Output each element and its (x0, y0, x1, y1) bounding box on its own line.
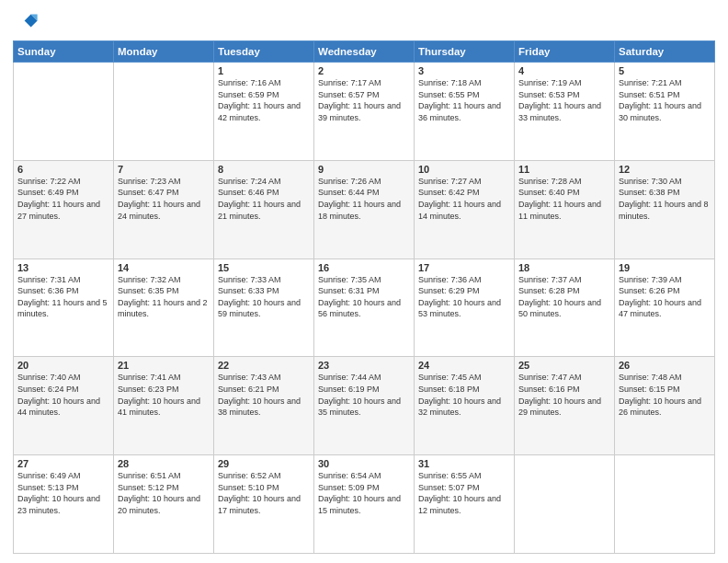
day-number: 15 (218, 262, 310, 273)
day-info: Sunrise: 7:23 AM Sunset: 6:47 PM Dayligh… (118, 176, 210, 222)
day-info: Sunrise: 7:16 AM Sunset: 6:59 PM Dayligh… (218, 77, 310, 123)
day-cell (114, 63, 214, 161)
weekday-header-thursday: Thursday (415, 41, 515, 63)
week-row-4: 20Sunrise: 7:40 AM Sunset: 6:24 PM Dayli… (14, 357, 715, 455)
day-number: 20 (17, 360, 109, 371)
day-info: Sunrise: 7:40 AM Sunset: 6:24 PM Dayligh… (17, 372, 109, 418)
day-number: 12 (619, 164, 711, 175)
day-cell: 7Sunrise: 7:23 AM Sunset: 6:47 PM Daylig… (114, 160, 214, 259)
day-number: 8 (218, 164, 310, 175)
day-info: Sunrise: 7:32 AM Sunset: 6:35 PM Dayligh… (118, 274, 210, 320)
day-cell: 4Sunrise: 7:19 AM Sunset: 6:53 PM Daylig… (515, 63, 615, 161)
day-number: 30 (318, 458, 410, 469)
calendar-table: SundayMondayTuesdayWednesdayThursdayFrid… (13, 40, 715, 554)
day-cell: 14Sunrise: 7:32 AM Sunset: 6:35 PM Dayli… (114, 259, 214, 357)
weekday-header-wednesday: Wednesday (314, 41, 415, 63)
day-info: Sunrise: 7:31 AM Sunset: 6:36 PM Dayligh… (17, 274, 109, 320)
day-number: 29 (218, 458, 310, 469)
day-info: Sunrise: 7:43 AM Sunset: 6:21 PM Dayligh… (218, 372, 310, 418)
day-cell: 12Sunrise: 7:30 AM Sunset: 6:38 PM Dayli… (615, 160, 715, 259)
day-number: 6 (17, 164, 109, 175)
day-cell: 21Sunrise: 7:41 AM Sunset: 6:23 PM Dayli… (114, 357, 214, 455)
day-info: Sunrise: 7:47 AM Sunset: 6:16 PM Dayligh… (518, 372, 610, 418)
day-number: 22 (218, 360, 310, 371)
day-number: 16 (318, 262, 410, 273)
day-number: 3 (418, 65, 510, 76)
weekday-header-monday: Monday (114, 41, 214, 63)
day-cell: 8Sunrise: 7:24 AM Sunset: 6:46 PM Daylig… (214, 160, 314, 259)
day-info: Sunrise: 7:39 AM Sunset: 6:26 PM Dayligh… (619, 274, 711, 320)
day-cell: 22Sunrise: 7:43 AM Sunset: 6:21 PM Dayli… (214, 357, 314, 455)
day-number: 9 (318, 164, 410, 175)
day-number: 19 (619, 262, 711, 273)
week-row-1: 1Sunrise: 7:16 AM Sunset: 6:59 PM Daylig… (14, 63, 715, 161)
weekday-header-saturday: Saturday (615, 41, 715, 63)
day-info: Sunrise: 7:19 AM Sunset: 6:53 PM Dayligh… (518, 77, 610, 123)
day-cell: 3Sunrise: 7:18 AM Sunset: 6:55 PM Daylig… (415, 63, 515, 161)
day-info: Sunrise: 6:51 AM Sunset: 5:12 PM Dayligh… (118, 470, 210, 516)
header (13, 9, 715, 35)
page: SundayMondayTuesdayWednesdayThursdayFrid… (0, 0, 728, 563)
day-info: Sunrise: 7:37 AM Sunset: 6:28 PM Dayligh… (518, 274, 610, 320)
day-info: Sunrise: 6:54 AM Sunset: 5:09 PM Dayligh… (318, 470, 410, 516)
day-cell: 13Sunrise: 7:31 AM Sunset: 6:36 PM Dayli… (14, 259, 114, 357)
day-info: Sunrise: 7:28 AM Sunset: 6:40 PM Dayligh… (518, 176, 610, 222)
day-info: Sunrise: 7:36 AM Sunset: 6:29 PM Dayligh… (418, 274, 510, 320)
day-number: 31 (418, 458, 510, 469)
day-cell: 28Sunrise: 6:51 AM Sunset: 5:12 PM Dayli… (114, 455, 214, 554)
day-info: Sunrise: 7:24 AM Sunset: 6:46 PM Dayligh… (218, 176, 310, 222)
day-number: 18 (518, 262, 610, 273)
day-info: Sunrise: 6:52 AM Sunset: 5:10 PM Dayligh… (218, 470, 310, 516)
day-cell: 16Sunrise: 7:35 AM Sunset: 6:31 PM Dayli… (314, 259, 415, 357)
day-info: Sunrise: 7:17 AM Sunset: 6:57 PM Dayligh… (318, 77, 410, 123)
day-cell: 9Sunrise: 7:26 AM Sunset: 6:44 PM Daylig… (314, 160, 415, 259)
weekday-header-sunday: Sunday (14, 41, 114, 63)
day-info: Sunrise: 7:41 AM Sunset: 6:23 PM Dayligh… (118, 372, 210, 418)
day-cell: 24Sunrise: 7:45 AM Sunset: 6:18 PM Dayli… (415, 357, 515, 455)
day-info: Sunrise: 7:35 AM Sunset: 6:31 PM Dayligh… (318, 274, 410, 320)
day-number: 27 (17, 458, 109, 469)
day-number: 2 (318, 65, 410, 76)
day-info: Sunrise: 7:27 AM Sunset: 6:42 PM Dayligh… (418, 176, 510, 222)
day-cell: 26Sunrise: 7:48 AM Sunset: 6:15 PM Dayli… (615, 357, 715, 455)
day-cell: 31Sunrise: 6:55 AM Sunset: 5:07 PM Dayli… (415, 455, 515, 554)
day-number: 17 (418, 262, 510, 273)
day-number: 7 (118, 164, 210, 175)
logo (13, 9, 41, 35)
day-cell: 15Sunrise: 7:33 AM Sunset: 6:33 PM Dayli… (214, 259, 314, 357)
day-cell: 19Sunrise: 7:39 AM Sunset: 6:26 PM Dayli… (615, 259, 715, 357)
day-cell: 23Sunrise: 7:44 AM Sunset: 6:19 PM Dayli… (314, 357, 415, 455)
day-cell: 1Sunrise: 7:16 AM Sunset: 6:59 PM Daylig… (214, 63, 314, 161)
day-number: 11 (518, 164, 610, 175)
day-info: Sunrise: 7:44 AM Sunset: 6:19 PM Dayligh… (318, 372, 410, 418)
day-info: Sunrise: 7:18 AM Sunset: 6:55 PM Dayligh… (418, 77, 510, 123)
week-row-2: 6Sunrise: 7:22 AM Sunset: 6:49 PM Daylig… (14, 160, 715, 259)
week-row-5: 27Sunrise: 6:49 AM Sunset: 5:13 PM Dayli… (14, 455, 715, 554)
day-cell (615, 455, 715, 554)
day-info: Sunrise: 6:55 AM Sunset: 5:07 PM Dayligh… (418, 470, 510, 516)
day-cell: 18Sunrise: 7:37 AM Sunset: 6:28 PM Dayli… (515, 259, 615, 357)
weekday-header-friday: Friday (515, 41, 615, 63)
day-cell: 17Sunrise: 7:36 AM Sunset: 6:29 PM Dayli… (415, 259, 515, 357)
day-cell: 5Sunrise: 7:21 AM Sunset: 6:51 PM Daylig… (615, 63, 715, 161)
day-cell: 30Sunrise: 6:54 AM Sunset: 5:09 PM Dayli… (314, 455, 415, 554)
day-number: 25 (518, 360, 610, 371)
day-info: Sunrise: 6:49 AM Sunset: 5:13 PM Dayligh… (17, 470, 109, 516)
day-info: Sunrise: 7:45 AM Sunset: 6:18 PM Dayligh… (418, 372, 510, 418)
day-number: 23 (318, 360, 410, 371)
day-info: Sunrise: 7:22 AM Sunset: 6:49 PM Dayligh… (17, 176, 109, 222)
day-number: 10 (418, 164, 510, 175)
day-cell: 29Sunrise: 6:52 AM Sunset: 5:10 PM Dayli… (214, 455, 314, 554)
day-cell: 6Sunrise: 7:22 AM Sunset: 6:49 PM Daylig… (14, 160, 114, 259)
weekday-header-row: SundayMondayTuesdayWednesdayThursdayFrid… (14, 41, 715, 63)
day-cell: 10Sunrise: 7:27 AM Sunset: 6:42 PM Dayli… (415, 160, 515, 259)
week-row-3: 13Sunrise: 7:31 AM Sunset: 6:36 PM Dayli… (14, 259, 715, 357)
day-cell: 11Sunrise: 7:28 AM Sunset: 6:40 PM Dayli… (515, 160, 615, 259)
day-info: Sunrise: 7:26 AM Sunset: 6:44 PM Dayligh… (318, 176, 410, 222)
day-cell (515, 455, 615, 554)
day-cell (14, 63, 114, 161)
day-number: 21 (118, 360, 210, 371)
day-info: Sunrise: 7:30 AM Sunset: 6:38 PM Dayligh… (619, 176, 711, 222)
day-number: 4 (518, 65, 610, 76)
day-info: Sunrise: 7:21 AM Sunset: 6:51 PM Dayligh… (619, 77, 711, 123)
